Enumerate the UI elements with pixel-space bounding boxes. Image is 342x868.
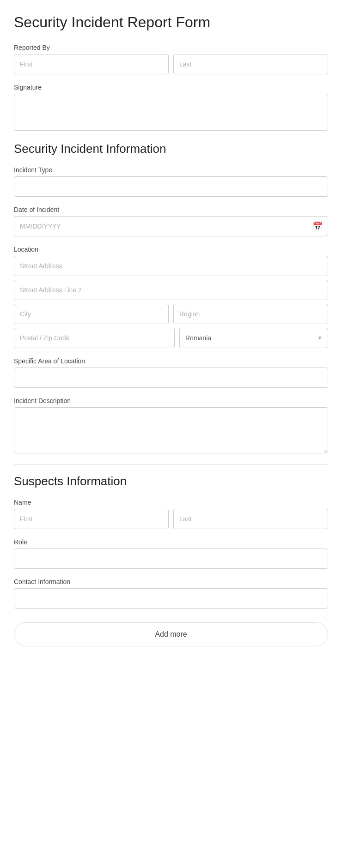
street-address-input[interactable] — [14, 256, 328, 276]
add-more-button[interactable]: Add more — [14, 622, 328, 646]
contact-information-group: Contact Information — [14, 578, 328, 609]
incident-description-label: Incident Description — [14, 397, 328, 404]
date-of-incident-label: Date of Incident — [14, 206, 328, 213]
postal-zip-input[interactable] — [14, 328, 175, 348]
suspects-divider — [14, 464, 328, 465]
postal-country-row: Romania United States United Kingdom Ger… — [14, 328, 328, 348]
country-select-wrapper: Romania United States United Kingdom Ger… — [179, 328, 328, 348]
specific-area-group: Specific Area of Location — [14, 357, 328, 388]
date-of-incident-group: Date of Incident 📅 — [14, 206, 328, 236]
region-input[interactable] — [173, 304, 328, 324]
location-label: Location — [14, 246, 328, 253]
incident-description-textarea[interactable] — [14, 407, 328, 453]
reported-by-name-row — [14, 54, 328, 74]
city-region-row — [14, 304, 328, 324]
incident-info-title: Security Incident Information — [14, 142, 328, 156]
incident-type-group: Incident Type — [14, 166, 328, 197]
role-label: Role — [14, 538, 328, 546]
date-wrapper: 📅 — [14, 216, 328, 236]
reported-by-last-input[interactable] — [173, 54, 328, 74]
suspects-name-group: Name — [14, 499, 328, 529]
date-of-incident-input[interactable] — [14, 216, 328, 236]
incident-description-group: Incident Description — [14, 397, 328, 455]
incident-info-section: Security Incident Information — [14, 142, 328, 156]
suspects-name-row — [14, 509, 328, 529]
suspects-first-input[interactable] — [14, 509, 169, 529]
contact-information-input[interactable] — [14, 588, 328, 609]
reported-by-group: Reported By — [14, 44, 328, 74]
suspects-last-input[interactable] — [173, 509, 328, 529]
signature-input[interactable] — [14, 94, 328, 131]
location-group: Location Romania United States United Ki… — [14, 246, 328, 348]
suspects-info-title: Suspects Information — [14, 474, 328, 488]
specific-area-input[interactable] — [14, 368, 328, 388]
suspects-name-label: Name — [14, 499, 328, 506]
page-title: Security Incident Report Form — [14, 14, 328, 31]
street-address-line2-input[interactable] — [14, 280, 328, 300]
city-input[interactable] — [14, 304, 169, 324]
reported-by-first-input[interactable] — [14, 54, 169, 74]
country-select[interactable]: Romania United States United Kingdom Ger… — [179, 328, 328, 348]
role-input[interactable] — [14, 549, 328, 569]
contact-information-label: Contact Information — [14, 578, 328, 585]
specific-area-label: Specific Area of Location — [14, 357, 328, 365]
signature-group: Signature — [14, 84, 328, 133]
reported-by-label: Reported By — [14, 44, 328, 51]
incident-type-input[interactable] — [14, 176, 328, 197]
suspects-info-section: Suspects Information — [14, 464, 328, 488]
incident-type-label: Incident Type — [14, 166, 328, 174]
signature-label: Signature — [14, 84, 328, 91]
role-group: Role — [14, 538, 328, 569]
